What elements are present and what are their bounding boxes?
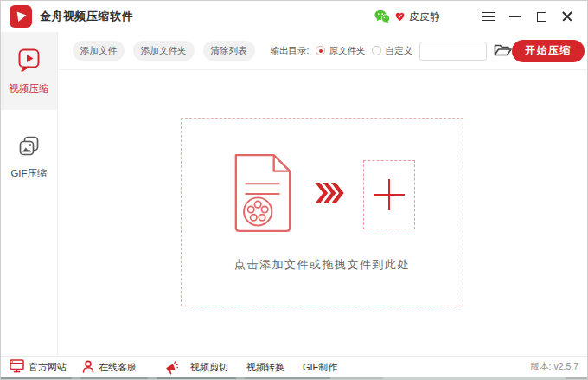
radio-original-folder[interactable]: 原文件夹	[316, 45, 365, 57]
radio-selected-icon[interactable]	[316, 46, 325, 55]
clear-list-button[interactable]: 清除列表	[203, 41, 255, 61]
gif-compress-icon	[18, 135, 40, 160]
app-title: 金舟视频压缩软件	[40, 9, 133, 24]
radio-custom-label: 自定义	[385, 45, 412, 57]
sidebar-item-label: 视频压缩	[10, 82, 49, 95]
radio-custom[interactable]: 自定义	[372, 45, 412, 57]
support-person-icon	[82, 360, 94, 375]
sidebar-item-label: GIF压缩	[10, 167, 47, 180]
app-logo-icon	[10, 5, 32, 28]
video-compress-icon	[17, 48, 41, 75]
dropzone-graphic	[230, 151, 415, 238]
username[interactable]: 皮皮静	[409, 10, 440, 24]
output-path-input[interactable]	[419, 42, 487, 61]
minimize-button[interactable]	[507, 9, 522, 24]
toolbar: 添加文件 添加文件夹 清除列表 输出目录: 原文件夹 自定义 开始压缩	[59, 32, 588, 70]
account-area: 皮皮静	[374, 10, 440, 24]
menu-button[interactable]	[480, 9, 495, 24]
browse-folder-button[interactable]	[494, 42, 512, 60]
video-convert-link[interactable]: 视频转换	[246, 361, 284, 374]
sidebar-item-gif-compress[interactable]: GIF压缩	[1, 124, 57, 191]
version-label: 版本: v2.5.7	[531, 361, 578, 373]
radio-original-folder-label: 原文件夹	[329, 45, 365, 57]
footer: 官方网站 在线客服 视频剪切 视频转换 GIF制作 版本: v2.5.7	[1, 356, 588, 377]
video-cut-link[interactable]: 视频剪切	[190, 361, 228, 374]
plus-icon	[374, 179, 405, 210]
titlebar: 金舟视频压缩软件 皮皮静	[1, 1, 587, 32]
folder-open-icon	[494, 42, 512, 60]
close-button[interactable]	[559, 9, 575, 24]
monitor-icon	[10, 359, 24, 375]
app-window: 金舟视频压缩软件 皮皮静	[0, 0, 588, 380]
dropzone-hint: 点击添加文件或拖拽文件到此处	[234, 257, 410, 273]
video-file-icon	[230, 151, 296, 238]
output-dir-label: 输出目录:	[271, 45, 310, 57]
fast-forward-icon	[315, 183, 344, 207]
gif-maker-link[interactable]: GIF制作	[303, 361, 337, 374]
main-area: 点击添加文件或拖拽文件到此处	[59, 70, 588, 356]
add-file-button[interactable]: 添加文件	[73, 41, 125, 61]
online-support-link[interactable]: 在线客服	[82, 360, 137, 375]
maximize-button[interactable]	[534, 9, 549, 24]
wechat-icon[interactable]	[374, 10, 390, 23]
add-folder-button[interactable]: 添加文件夹	[133, 41, 195, 61]
radio-unselected-icon[interactable]	[372, 46, 381, 55]
megaphone-icon	[164, 360, 179, 375]
add-target-box[interactable]	[363, 160, 415, 229]
sidebar-item-video-compress[interactable]: 视频压缩	[1, 32, 57, 110]
file-dropzone[interactable]: 点击添加文件或拖拽文件到此处	[181, 118, 463, 306]
sidebar: 视频压缩 GIF压缩	[1, 32, 58, 356]
official-site-link[interactable]: 官方网站	[10, 359, 67, 375]
vip-badge-icon	[394, 11, 406, 22]
start-compress-button[interactable]: 开始压缩	[512, 40, 585, 62]
official-site-label: 官方网站	[29, 361, 67, 374]
online-support-label: 在线客服	[99, 361, 137, 374]
